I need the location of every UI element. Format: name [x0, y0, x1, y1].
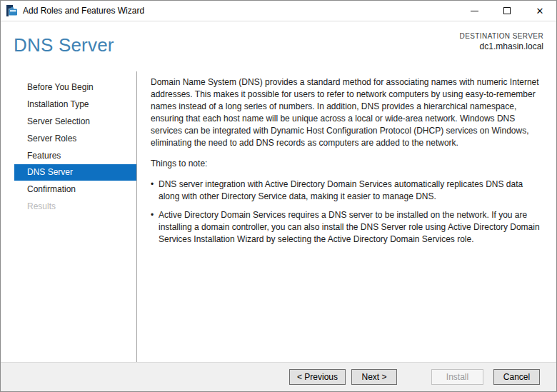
wizard-toolbox-icon: [6, 5, 18, 16]
sidebar-item-server-roles[interactable]: Server Roles: [14, 130, 136, 147]
note-item-adds-requirement: • Active Directory Domain Services requi…: [151, 209, 545, 246]
close-icon: ✕: [536, 6, 544, 16]
page-title: DNS Server: [14, 34, 114, 56]
minimize-icon: [471, 11, 478, 11]
sidebar-item-installation-type[interactable]: Installation Type: [14, 96, 136, 113]
window-title: Add Roles and Features Wizard: [23, 6, 144, 16]
destination-server-name: dc1.mhasin.local: [460, 41, 543, 51]
sidebar-item-before-you-begin[interactable]: Before You Begin: [14, 79, 136, 96]
bullet-icon: •: [151, 179, 159, 203]
wizard-window: Add Roles and Features Wizard ✕ DNS Serv…: [0, 0, 557, 392]
maximize-button[interactable]: [491, 1, 523, 21]
cancel-button[interactable]: Cancel: [493, 369, 540, 385]
destination-server-block: DESTINATION SERVER dc1.mhasin.local: [460, 32, 543, 51]
minimize-button[interactable]: [458, 1, 491, 21]
note-item-replication: • DNS server integration with Active Dir…: [151, 179, 545, 203]
sidebar-item-features[interactable]: Features: [14, 147, 136, 164]
titlebar: Add Roles and Features Wizard ✕: [1, 1, 556, 21]
sidebar-item-confirmation[interactable]: Confirmation: [14, 181, 136, 198]
dns-intro-paragraph: Domain Name System (DNS) provides a stan…: [151, 76, 545, 149]
note-text: Active Directory Domain Services require…: [159, 209, 545, 246]
notes-list: • DNS server integration with Active Dir…: [151, 179, 545, 246]
close-button[interactable]: ✕: [523, 1, 556, 21]
wizard-header: DNS Server DESTINATION SERVER dc1.mhasin…: [1, 21, 556, 71]
sidebar-item-dns-server[interactable]: DNS Server: [14, 164, 136, 181]
note-text: DNS server integration with Active Direc…: [159, 179, 545, 203]
bullet-icon: •: [151, 209, 159, 246]
sidebar-item-results: Results: [14, 198, 136, 215]
page-content: Domain Name System (DNS) provides a stan…: [137, 71, 556, 362]
maximize-icon: [503, 7, 511, 14]
wizard-footer: < Previous Next > Install Cancel: [1, 362, 556, 391]
previous-button[interactable]: < Previous: [289, 369, 346, 385]
sidebar-item-server-selection[interactable]: Server Selection: [14, 113, 136, 130]
next-button[interactable]: Next >: [351, 369, 397, 385]
things-to-note-heading: Things to note:: [151, 158, 545, 170]
wizard-body: Before You Begin Installation Type Serve…: [1, 71, 556, 362]
destination-server-label: DESTINATION SERVER: [460, 32, 543, 40]
install-button: Install: [431, 369, 483, 385]
wizard-steps-sidebar: Before You Begin Installation Type Serve…: [1, 71, 137, 362]
